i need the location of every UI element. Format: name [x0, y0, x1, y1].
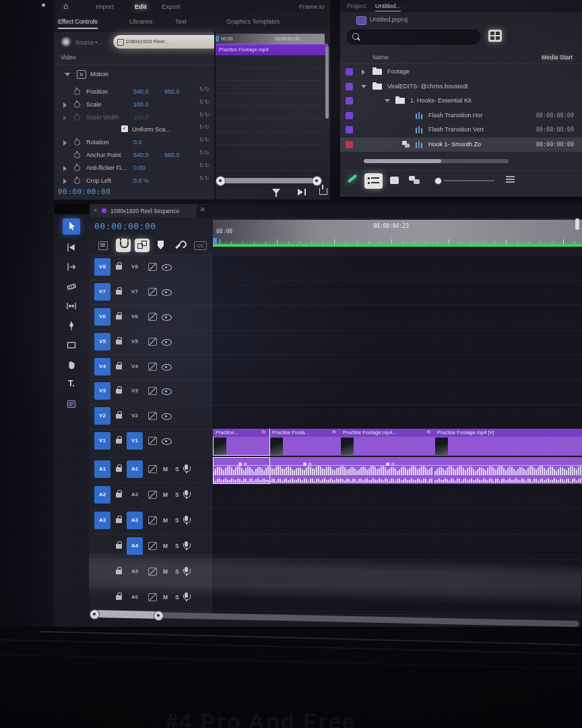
timeline-vertical-scrollbar[interactable]: [575, 218, 579, 230]
mute-button[interactable]: M: [163, 568, 168, 575]
time-ruler[interactable]: 00:00 00:00:04:23: [213, 220, 582, 247]
stopwatch-icon[interactable]: [74, 115, 80, 121]
track-target[interactable]: V4: [127, 358, 143, 375]
mic-icon[interactable]: [185, 516, 188, 521]
chevron-down-icon[interactable]: [361, 85, 366, 88]
uniform-scale-checkbox[interactable]: ✓: [121, 125, 128, 132]
play-effect-icon[interactable]: [298, 189, 303, 195]
zoom-handle-icon[interactable]: [312, 176, 322, 186]
sync-lock-icon[interactable]: [148, 263, 157, 271]
track-select-forward-tool[interactable]: [63, 239, 80, 255]
eye-icon[interactable]: [162, 314, 172, 321]
source-patch[interactable]: V7: [94, 283, 110, 301]
bin-row-footage[interactable]: Footage: [340, 65, 582, 79]
snap-button[interactable]: [116, 239, 131, 252]
media-start-column-header[interactable]: Media Start: [542, 54, 573, 61]
param-value[interactable]: 100.0: [133, 101, 149, 108]
chevron-right-icon[interactable]: [362, 69, 365, 75]
param-value[interactable]: 0.0 %: [133, 177, 149, 184]
track-target[interactable]: V2: [127, 407, 143, 425]
param-value[interactable]: 540.0: [133, 88, 149, 95]
timeline-timecode[interactable]: 00:00:00:00: [94, 221, 156, 231]
video-clip-3[interactable]: Practice Footage.mp4... fx: [340, 429, 435, 456]
solo-button[interactable]: S: [175, 543, 179, 549]
reset-icon[interactable]: ↻↻: [199, 86, 214, 92]
sync-lock-icon[interactable]: [148, 313, 157, 321]
source-patch[interactable]: A2: [94, 486, 110, 504]
automate-menu-icon[interactable]: [506, 176, 515, 183]
audio-clip-2[interactable]: fx: [269, 457, 341, 484]
sync-lock-icon[interactable]: [148, 593, 157, 601]
track-target[interactable]: V7: [127, 283, 143, 301]
sync-lock-icon[interactable]: [148, 363, 157, 371]
home-icon[interactable]: ⌂: [63, 1, 68, 11]
pen-tool[interactable]: [63, 317, 80, 334]
lock-icon[interactable]: [116, 493, 122, 497]
track-target[interactable]: V5: [127, 333, 143, 351]
sync-lock-icon[interactable]: [148, 542, 157, 550]
bin-row-hooks-kit[interactable]: 1. Hooks- Essential Kit: [340, 94, 582, 108]
lock-icon[interactable]: [116, 414, 122, 419]
stopwatch-icon[interactable]: [74, 140, 80, 146]
playhead-icon[interactable]: [213, 238, 217, 244]
name-column-header[interactable]: Name: [373, 54, 389, 61]
lock-icon[interactable]: [116, 518, 122, 523]
mic-icon[interactable]: [185, 541, 188, 547]
freeform-view-button[interactable]: [409, 176, 420, 184]
chevron-right-icon[interactable]: [63, 115, 67, 121]
workspace-tab-edit[interactable]: Edit: [135, 3, 147, 10]
solo-button[interactable]: S: [175, 466, 179, 473]
source-patch[interactable]: V3: [94, 382, 110, 400]
workspace-tab-import[interactable]: Import: [96, 3, 114, 10]
mic-icon[interactable]: [185, 567, 188, 572]
mute-button[interactable]: M: [163, 491, 168, 498]
label-color-swatch[interactable]: [346, 126, 353, 133]
chevron-right-icon[interactable]: [63, 179, 67, 184]
lock-icon[interactable]: [116, 570, 122, 574]
mute-button[interactable]: M: [163, 594, 168, 601]
chevron-right-icon[interactable]: [63, 166, 67, 171]
reset-icon[interactable]: ↻↻: [199, 124, 214, 130]
chevron-right-icon[interactable]: [63, 102, 67, 108]
track-target[interactable]: A2: [127, 486, 143, 504]
scrollbar-thumb[interactable]: [93, 610, 160, 619]
tab-text[interactable]: Text: [175, 18, 187, 25]
type-tool[interactable]: T.: [63, 376, 80, 392]
workspace-tab-export[interactable]: Export: [162, 3, 180, 10]
solo-button[interactable]: S: [175, 491, 179, 498]
mini-time-ruler[interactable]: 00:00 00:00:01:00: [216, 34, 325, 44]
track-target[interactable]: V8: [127, 258, 143, 276]
tab-libraries[interactable]: Libraries: [129, 18, 153, 25]
eye-icon[interactable]: [162, 264, 172, 271]
track-target[interactable]: A3: [127, 512, 143, 529]
sync-lock-icon[interactable]: [148, 288, 157, 296]
solo-button[interactable]: S: [175, 594, 179, 601]
lock-icon[interactable]: [116, 340, 122, 344]
captions-icon[interactable]: CC: [194, 241, 207, 250]
label-color-swatch[interactable]: [346, 141, 353, 148]
source-patch[interactable]: A1: [94, 460, 110, 478]
video-clip-1[interactable]: Practice... fx: [213, 429, 270, 456]
reset-icon[interactable]: ↻↻: [199, 112, 214, 118]
zoom-handle-icon[interactable]: [216, 176, 226, 186]
track-target[interactable]: A1: [127, 460, 143, 478]
audio-clip-1[interactable]: fx: [213, 457, 270, 484]
mic-icon[interactable]: [185, 464, 188, 470]
param-value[interactable]: 960.0: [164, 88, 180, 95]
eye-icon[interactable]: [162, 413, 172, 420]
label-color-swatch[interactable]: [346, 83, 353, 90]
project-horizontal-scrollbar[interactable]: [364, 159, 509, 163]
stopwatch-icon[interactable]: [74, 89, 80, 95]
sync-lock-icon[interactable]: [148, 465, 157, 473]
track-target[interactable]: A6: [127, 588, 143, 606]
mini-clip-bar[interactable]: Practice Footage.mp4: [216, 44, 328, 55]
solo-button[interactable]: S: [175, 568, 179, 575]
lock-icon[interactable]: [116, 315, 122, 320]
filter-properties-icon[interactable]: [272, 189, 280, 194]
mini-horizontal-scrollbar[interactable]: [218, 178, 319, 183]
lock-icon[interactable]: [116, 290, 122, 295]
frameio-tab[interactable]: Frame.io: [299, 3, 324, 10]
eye-icon[interactable]: [162, 364, 172, 371]
source-patch[interactable]: A3: [94, 512, 110, 529]
lock-icon[interactable]: [116, 544, 122, 549]
